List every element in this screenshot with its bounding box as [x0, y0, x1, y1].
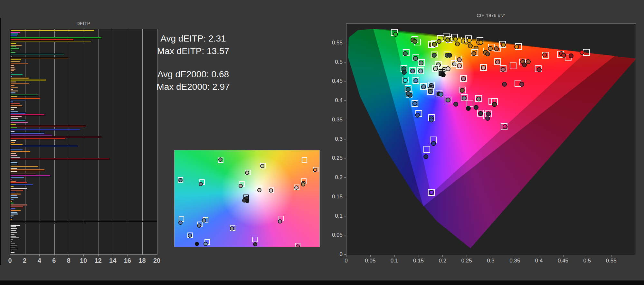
deitp-x-tick-label: 8 [67, 257, 71, 264]
deitp-bar [10, 83, 29, 84]
deitp-x-tick-label: 0 [8, 257, 12, 264]
deitp-bar [10, 81, 16, 83]
deitp-bar [10, 169, 45, 171]
deitp-bar [10, 233, 15, 235]
cie-x-tick-label: 0 [345, 258, 347, 264]
deitp-bar [10, 204, 27, 206]
deitp-bar [10, 85, 15, 86]
deitp-x-tickmark [69, 254, 69, 256]
cie-y-tick-label: 0.4 [323, 97, 343, 104]
deitp-x-tick-label: 20 [153, 257, 160, 264]
cie-y-tick-label: 0.05 [323, 232, 343, 238]
deitp-bar [10, 208, 16, 209]
deitp-bar [10, 176, 24, 178]
deitp-chart-title: DEITP [10, 21, 157, 26]
measured-point [413, 56, 418, 61]
deitp-x-tickmark [128, 254, 128, 256]
measured-point [178, 178, 183, 182]
measured-point [269, 188, 273, 193]
cie-y-tick-label: 0.1 [323, 213, 343, 219]
deitp-bar [10, 46, 16, 48]
deitp-x-tick-label: 12 [94, 257, 101, 264]
measured-point [486, 111, 491, 116]
cie-x-tick-label: 0.55 [606, 258, 617, 264]
measured-point [242, 198, 246, 203]
deitp-bar [10, 239, 13, 241]
deitp-bar [10, 53, 64, 55]
deitp-bar [10, 155, 17, 156]
deitp-bar [10, 140, 16, 141]
deitp-x-tickmark [54, 254, 54, 256]
deitp-bar [10, 101, 14, 103]
deitp-bar [10, 74, 23, 75]
measured-point [296, 244, 300, 247]
deitp-x-tickmark [83, 254, 84, 256]
cie-x-tickmark [467, 255, 467, 257]
deitp-bar [10, 178, 12, 180]
deitp-x-tick-label: 18 [138, 257, 146, 264]
cie-y-tick-label: 0.2 [323, 174, 343, 181]
deitp-bar [10, 114, 45, 116]
cie-x-tickmark [539, 255, 539, 257]
measured-point [410, 69, 415, 73]
cie-y-tick-label: 0.15 [323, 194, 343, 200]
deitp-bar [10, 180, 16, 182]
measured-point [526, 59, 531, 64]
deitp-bar [10, 96, 18, 97]
bottom-edge-strip [0, 280, 644, 285]
deitp-bar [10, 57, 68, 59]
deitp-bar [10, 41, 91, 42]
cie-y-tickmark [344, 100, 346, 101]
deitp-bar [10, 210, 21, 211]
deitp-bar [10, 89, 13, 90]
cie-y-tickmark [344, 43, 346, 43]
deitp-x-tickmark [39, 254, 40, 256]
deitp-bar [10, 243, 15, 244]
cie-y-tick-label: 0.55 [323, 40, 343, 46]
deitp-bar [10, 63, 28, 64]
deitp-bar [10, 35, 17, 37]
cie-y-tickmark [344, 235, 346, 235]
cie-y-tickmark [344, 158, 346, 158]
measured-point [569, 53, 573, 58]
deitp-bar [10, 175, 51, 176]
measured-point [428, 89, 433, 94]
deitp-bar [10, 217, 13, 219]
deitp-bar [10, 186, 14, 187]
deitp-bar [10, 44, 22, 46]
deitp-bar [10, 109, 14, 110]
left-edge-strip [0, 18, 1, 265]
stats-gap [132, 57, 254, 68]
deitp-bar [10, 136, 101, 138]
deitp-x-tick-label: 14 [109, 257, 116, 264]
max-de2000-value: Max dE2000: 2.97 [132, 81, 254, 93]
cie-y-tick-label: 0 [323, 251, 343, 258]
deitp-bar [10, 105, 23, 107]
cie-x-tickmark [491, 255, 491, 257]
cie-1976-uv-chart [346, 24, 636, 255]
gamut-plane-chart [174, 150, 320, 247]
deitp-bar [10, 103, 20, 105]
measured-point [468, 43, 473, 48]
cie-y-tick-label: 0.45 [323, 78, 343, 84]
deitp-bar [10, 94, 38, 96]
deitp-x-tick-label: 16 [124, 257, 131, 264]
deitp-bar [10, 121, 28, 123]
cie-y-tickmark [344, 177, 346, 178]
cie-x-tick-label: 0.45 [558, 258, 568, 264]
deitp-bar [10, 221, 157, 222]
cie-y-tick-label: 0.5 [323, 59, 343, 65]
deitp-bar [10, 127, 17, 128]
deitp-bar [10, 182, 27, 184]
stats-panel: Avg dEITP: 2.31 Max dEITP: 13.57 Avg dE2… [132, 32, 254, 93]
deitp-bar [10, 167, 17, 169]
deitp-bar [10, 37, 102, 39]
deitp-bar [10, 138, 65, 139]
deitp-bar [10, 202, 14, 204]
measured-point [462, 96, 467, 100]
measured-point [467, 38, 472, 43]
measured-point [478, 40, 483, 45]
deitp-x-tickmark [157, 254, 157, 256]
deitp-bar [10, 244, 18, 246]
deitp-bar [10, 252, 15, 253]
